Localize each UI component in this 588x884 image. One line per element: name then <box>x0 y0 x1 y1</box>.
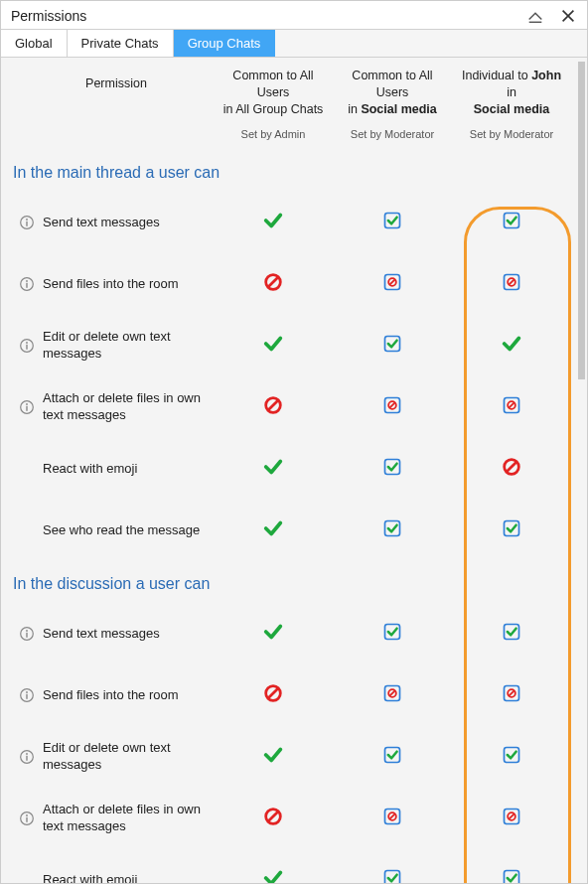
info-icon <box>19 872 35 884</box>
permission-label: React with emoji <box>9 872 214 885</box>
checkbox-allow-icon[interactable] <box>502 518 521 538</box>
permission-text: Send files into the room <box>43 276 179 292</box>
permission-label: Edit or delete own text messages <box>9 740 214 773</box>
checkbox-deny-icon <box>382 807 402 826</box>
info-icon[interactable] <box>19 399 35 415</box>
checkbox-deny-icon[interactable] <box>502 807 521 826</box>
tab-private-chats[interactable]: Private Chats <box>68 30 174 57</box>
info-icon[interactable] <box>19 276 35 292</box>
ban-icon[interactable] <box>501 456 522 478</box>
header-common-room: Common to All Users in Social media <box>333 68 452 118</box>
checkbox-deny-icon <box>382 272 402 292</box>
checkbox-allow-icon <box>382 745 402 765</box>
permission-row: Edit or delete own text messages <box>9 726 579 788</box>
permission-row: Send files into the room <box>9 664 579 726</box>
checkbox-allow-icon[interactable] <box>502 745 521 765</box>
permission-text: Edit or delete own text messages <box>43 329 202 362</box>
ban-icon <box>262 682 284 704</box>
permission-row: Send files into the room <box>9 253 579 315</box>
info-icon[interactable] <box>19 810 35 826</box>
close-icon[interactable] <box>559 7 577 25</box>
title-bar: Permissions <box>1 1 587 29</box>
info-icon[interactable] <box>19 215 35 230</box>
subheader-2: Set by Moderator <box>333 128 452 140</box>
checkbox-allow-icon <box>382 622 402 642</box>
subheader-3: Set by Moderator <box>452 128 571 140</box>
info-icon[interactable] <box>19 626 35 642</box>
checkbox-deny-icon <box>382 683 402 703</box>
checkbox-allow-icon <box>382 868 402 884</box>
info-icon <box>19 522 35 538</box>
tab-global[interactable]: Global <box>1 30 68 57</box>
permission-label: React with emoji <box>9 461 214 477</box>
header-permission: Permission <box>9 68 214 92</box>
ban-icon <box>262 271 284 293</box>
scrollbar[interactable] <box>578 62 585 479</box>
checkbox-allow-icon <box>382 518 402 538</box>
checkbox-allow-icon[interactable] <box>502 622 521 642</box>
permission-label: Attach or delete files in own text messa… <box>9 390 214 423</box>
section-title: In the discussion a user can <box>9 561 579 603</box>
checkbox-deny-icon[interactable] <box>502 683 521 703</box>
permission-label: Edit or delete own text messages <box>9 329 214 362</box>
permission-row: Send text messages <box>9 192 579 253</box>
check-icon <box>262 621 284 643</box>
permission-text: Send text messages <box>43 215 160 230</box>
column-headers: Permission Common to All Users in All Gr… <box>9 58 579 118</box>
info-icon[interactable] <box>19 338 35 354</box>
info-icon <box>19 461 35 477</box>
tab-group-chats[interactable]: Group Chats <box>174 30 276 57</box>
checkbox-allow-icon <box>382 334 402 354</box>
permission-label: Send text messages <box>9 626 214 642</box>
column-subheaders: Set by Admin Set by Moderator Set by Mod… <box>9 128 579 140</box>
checkbox-allow-icon[interactable] <box>502 868 521 884</box>
check-icon[interactable] <box>501 333 522 355</box>
checkbox-allow-icon[interactable] <box>502 211 521 230</box>
check-icon <box>262 517 284 539</box>
permission-label: Send files into the room <box>9 687 214 703</box>
ban-icon <box>262 394 284 416</box>
permission-text: Attach or delete files in own text messa… <box>43 802 202 834</box>
info-icon[interactable] <box>19 687 35 703</box>
permission-label: Send files into the room <box>9 276 214 292</box>
section-title: In the main thread a user can <box>9 150 579 192</box>
permission-label: Send text messages <box>9 215 214 230</box>
check-icon <box>262 867 284 884</box>
subheader-1: Set by Admin <box>214 128 333 140</box>
check-icon <box>262 744 284 766</box>
check-icon <box>262 210 284 231</box>
permission-text: React with emoji <box>43 461 137 477</box>
permission-text: Send text messages <box>43 626 160 642</box>
check-icon <box>262 333 284 355</box>
permission-row: Attach or delete files in own text messa… <box>9 788 579 849</box>
header-common-all: Common to All Users in All Group Chats <box>214 68 333 118</box>
permission-text: See who read the message <box>43 522 200 538</box>
permission-row: React with emoji <box>9 438 579 500</box>
check-icon <box>262 456 284 478</box>
permission-row: See who read the message <box>9 500 579 561</box>
checkbox-allow-icon <box>382 457 402 477</box>
ban-icon <box>262 806 284 827</box>
minimize-icon[interactable] <box>525 7 545 25</box>
permission-label: See who read the message <box>9 522 214 538</box>
checkbox-deny-icon <box>382 395 402 415</box>
checkbox-deny-icon[interactable] <box>502 395 521 415</box>
permission-row: React with emoji <box>9 849 579 884</box>
permission-row: Attach or delete files in own text messa… <box>9 376 579 438</box>
permission-text: Attach or delete files in own text messa… <box>43 390 202 423</box>
permission-row: Edit or delete own text messages <box>9 315 579 376</box>
checkbox-deny-icon[interactable] <box>502 272 521 292</box>
permission-text: Edit or delete own text messages <box>43 740 202 773</box>
permission-text: React with emoji <box>43 872 137 885</box>
permission-label: Attach or delete files in own text messa… <box>9 802 214 834</box>
permission-text: Send files into the room <box>43 687 179 703</box>
content-area: Permission Common to All Users in All Gr… <box>1 58 587 884</box>
scrollbar-thumb[interactable] <box>578 62 585 379</box>
header-individual: Individual to John in Social media <box>452 68 571 118</box>
checkbox-allow-icon <box>382 211 402 230</box>
info-icon[interactable] <box>19 749 35 765</box>
tab-bar: Global Private Chats Group Chats <box>1 29 587 58</box>
window-title: Permissions <box>11 8 86 24</box>
permission-row: Send text messages <box>9 603 579 664</box>
